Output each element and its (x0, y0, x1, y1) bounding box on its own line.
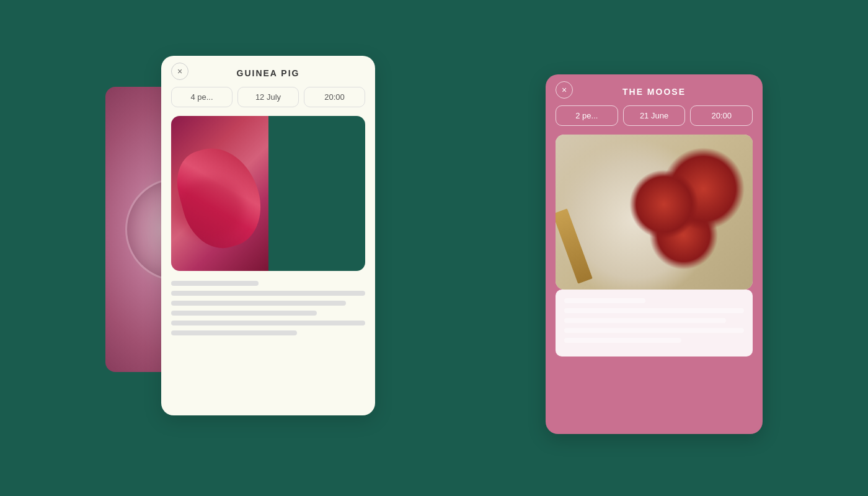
moose-description-block (556, 290, 753, 356)
moose-card: × THE MOOSE 2 pe... 21 June 20:00 (546, 74, 763, 434)
guinea-pig-time-pill[interactable]: 20:00 (304, 87, 365, 107)
moose-desc-line-3 (564, 318, 726, 323)
guinea-pig-close-button[interactable]: × (171, 63, 188, 80)
guinea-pig-desc-line-4 (171, 311, 317, 316)
guinea-pig-card-title: GUINEA PIG (237, 68, 300, 78)
moose-close-button[interactable]: × (556, 81, 573, 99)
moose-card-header: × THE MOOSE (546, 74, 763, 105)
main-scene: × GUINEA PIG 4 pe... 12 July 20:00 × THE… (124, 56, 744, 440)
guinea-pig-desc-line-3 (171, 301, 346, 306)
guinea-pig-desc-line-1 (171, 281, 259, 286)
moose-desc-line-2 (564, 308, 744, 313)
moose-card-image (556, 135, 753, 290)
moose-time-pill[interactable]: 20:00 (690, 105, 753, 126)
guinea-pig-description (161, 271, 375, 415)
guinea-pig-card-header: × GUINEA PIG (161, 56, 375, 87)
guinea-pig-desc-line-6 (171, 330, 297, 335)
moose-desc-line-4 (564, 328, 744, 333)
guinea-pig-card-image (171, 116, 365, 271)
guinea-pig-info-pills: 4 pe... 12 July 20:00 (161, 87, 375, 116)
moose-desc-line-5 (564, 338, 681, 343)
guinea-pig-image-left (171, 116, 268, 271)
guinea-pig-card: × GUINEA PIG 4 pe... 12 July 20:00 (161, 56, 375, 415)
moose-date-pill[interactable]: 21 June (623, 105, 686, 126)
moose-info-pills: 2 pe... 21 June 20:00 (546, 105, 763, 135)
moose-desc-line-1 (564, 298, 645, 303)
guinea-pig-desc-line-5 (171, 321, 365, 326)
guinea-pig-desc-line-2 (171, 291, 365, 296)
guinea-pig-image-right (268, 116, 366, 271)
moose-people-pill[interactable]: 2 pe... (556, 105, 618, 126)
guinea-pig-date-pill[interactable]: 12 July (237, 87, 299, 107)
moose-card-title: THE MOOSE (622, 87, 686, 97)
guinea-pig-people-pill[interactable]: 4 pe... (171, 87, 232, 107)
moose-food-image (556, 135, 753, 290)
